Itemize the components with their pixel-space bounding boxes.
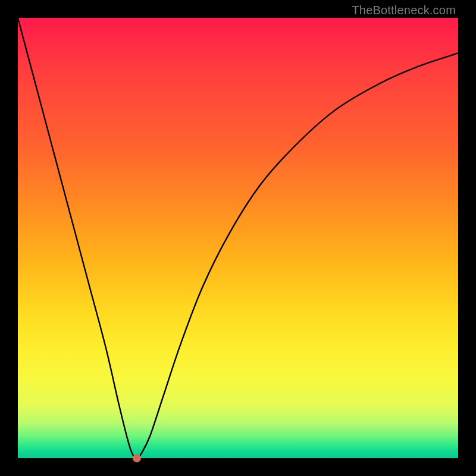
chart-frame: TheBottleneck.com: [0, 0, 476, 476]
watermark-text: TheBottleneck.com: [352, 4, 456, 17]
curve-path: [18, 18, 458, 458]
bottleneck-curve: [18, 18, 458, 458]
minimum-marker: [133, 454, 141, 462]
plot-area: [18, 18, 458, 458]
